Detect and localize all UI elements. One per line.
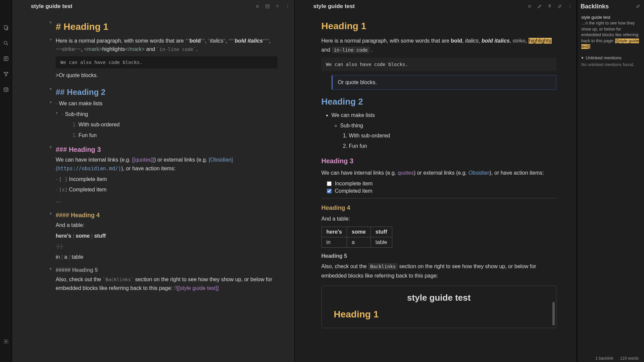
backlinks-header: Backlinks: [577, 0, 644, 13]
internal-link[interactable]: quotes: [398, 170, 414, 176]
chevron-down-icon: ▾: [581, 55, 584, 60]
src-table-row: in | a | table: [56, 253, 278, 261]
h5: Heading 5: [321, 253, 557, 259]
task-item[interactable]: Completed item: [327, 188, 557, 194]
close-icon[interactable]: [255, 4, 260, 9]
editor-pane: style guide test ▾# Heading 1 ▾Here is a…: [12, 0, 295, 362]
editor-content[interactable]: ▾# Heading 1 ▾Here is a normal paragraph…: [12, 13, 294, 362]
more-icon[interactable]: [567, 4, 573, 9]
unlinked-section[interactable]: ▾Unlinked mentions: [581, 55, 640, 60]
backlinks-pane: Backlinks style guide test …n the right …: [577, 0, 644, 362]
list-item: We can make lists Sub-thing With sub-ord…: [332, 110, 557, 151]
link-icon[interactable]: [635, 4, 641, 9]
svg-point-17: [287, 5, 288, 5]
svg-rect-0: [4, 25, 7, 29]
code-block: We can also have code blocks.: [321, 58, 557, 71]
backlink-item-title[interactable]: style guide test: [581, 15, 640, 20]
pin-icon[interactable]: [547, 4, 552, 9]
src-table-intro: And a table:: [56, 221, 278, 230]
status-words[interactable]: 119 words: [620, 356, 639, 361]
unlinked-empty: No unlinked mentions found.: [581, 62, 640, 67]
scrollbar[interactable]: [552, 302, 555, 325]
h2: Heading 2: [321, 97, 557, 107]
fold-icon[interactable]: ▾: [50, 266, 52, 272]
preview-toggle-icon[interactable]: [265, 4, 270, 9]
src-hr: ---: [56, 197, 278, 206]
svg-line-2: [6, 44, 8, 45]
embed-title: style guide test: [332, 293, 546, 303]
paragraph: And a table:: [321, 214, 557, 223]
fold-icon[interactable]: ▾: [56, 110, 58, 116]
table-header: here's: [321, 227, 347, 237]
backlinks-title: Backlinks: [581, 3, 609, 10]
src-para5: Also, check out the `Backlinks` section …: [56, 275, 278, 292]
preview-tab-header: style guide test: [295, 0, 577, 13]
src-para1: ▾Here is a normal paragraph, with some w…: [56, 37, 278, 54]
paragraph: Also, check out the Backlinks section on…: [321, 262, 557, 280]
list-item: Sub-thing With sub-ordered Fun fun: [340, 121, 557, 151]
pin-icon[interactable]: [275, 4, 280, 9]
fold-icon[interactable]: ▾: [50, 19, 52, 26]
src-code-block: We can also have code blocks.: [56, 56, 278, 68]
table-cell: in: [321, 237, 347, 248]
status-bar: 1 backlink 119 words: [590, 355, 644, 362]
src-para3: We can have internal links (e.g. [[quote…: [56, 156, 278, 173]
svg-line-8: [6, 73, 7, 75]
h1: Heading 1: [321, 21, 557, 32]
list: We can make lists Sub-thing With sub-ord…: [332, 110, 557, 151]
calendar-icon[interactable]: [3, 86, 9, 93]
preview-content[interactable]: Heading 1 Here is a normal paragraph, wi…: [295, 13, 577, 362]
close-icon[interactable]: [527, 4, 532, 9]
fold-icon[interactable]: ▾: [50, 144, 52, 150]
fold-icon[interactable]: ▾: [50, 86, 52, 92]
src-h5: ▾##### Heading 5: [56, 266, 278, 275]
embed-block[interactable]: style guide test Heading 1: [321, 286, 557, 328]
src-h1: ▾# Heading 1: [56, 19, 278, 35]
edit-icon[interactable]: [537, 4, 542, 9]
external-link[interactable]: Obsidian: [468, 170, 490, 176]
fold-icon[interactable]: ▾: [50, 37, 52, 43]
list-item: ▾- We can make lists: [56, 99, 278, 108]
more-icon[interactable]: [285, 4, 290, 9]
paragraph: We can have internal links (e.g. quotes)…: [321, 168, 557, 177]
fold-icon[interactable]: ▾: [50, 99, 52, 106]
search-icon[interactable]: [3, 40, 9, 46]
editor-tab-title: style guide test: [31, 3, 255, 10]
table-header: some: [347, 227, 371, 237]
backlinks-body: style guide test …n the right to see how…: [577, 13, 644, 69]
svg-point-1: [4, 41, 7, 44]
svg-point-24: [569, 7, 570, 8]
star-icon[interactable]: [3, 56, 9, 62]
svg-point-19: [287, 7, 288, 8]
src-task: - [x] Completed item: [56, 185, 278, 194]
link-icon[interactable]: [557, 4, 562, 9]
settings-icon[interactable]: [3, 339, 9, 345]
task-item[interactable]: Incomplete item: [327, 181, 557, 187]
left-ribbon: [0, 0, 12, 362]
table-cell: a: [347, 237, 371, 248]
svg-point-18: [287, 6, 288, 7]
editor-tab-header: style guide test: [12, 0, 294, 13]
src-table-row: here's | some | stuff: [56, 232, 278, 240]
checkbox[interactable]: [327, 181, 332, 186]
preview-pane: style guide test Heading 1 Here is a nor…: [295, 0, 577, 362]
backlink-snippet[interactable]: …n the right to see how they show up, or…: [581, 20, 640, 50]
status-backlinks[interactable]: 1 backlink: [595, 356, 613, 361]
list-item: 1. Fun fun: [72, 131, 278, 140]
fold-icon[interactable]: ▾: [50, 210, 52, 217]
blockquote: Or quote blocks.: [332, 75, 557, 90]
checkbox[interactable]: [327, 189, 332, 193]
svg-point-6: [5, 75, 6, 76]
main-area: style guide test ▾# Heading 1 ▾Here is a…: [12, 0, 644, 362]
table-cell: table: [370, 237, 392, 248]
h3: Heading 3: [321, 157, 557, 165]
src-h2: ▾## Heading 2: [56, 86, 278, 99]
list-item: With sub-ordered: [349, 131, 557, 141]
files-icon[interactable]: [3, 25, 9, 31]
svg-point-23: [569, 6, 570, 7]
table-header: stuff: [370, 227, 392, 237]
src-h3: ▾### Heading 3: [56, 144, 278, 155]
h4: Heading 4: [321, 198, 557, 212]
src-task: - [ ] Incomplete item: [56, 175, 278, 184]
graph-icon[interactable]: [3, 71, 9, 77]
